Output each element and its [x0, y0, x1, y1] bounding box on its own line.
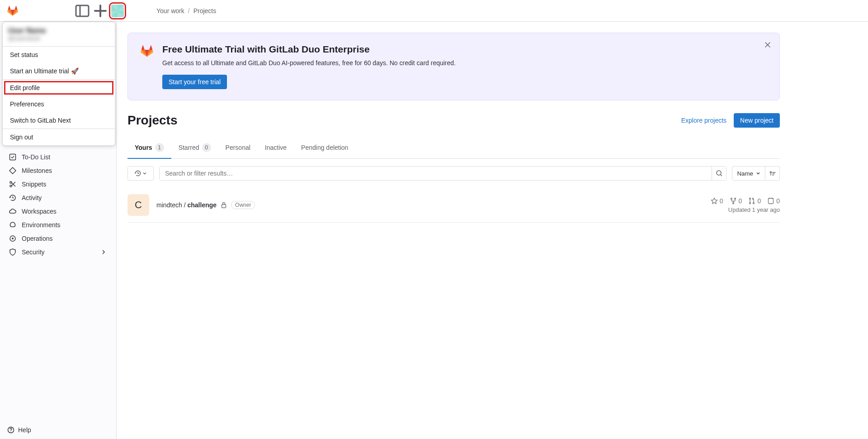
menu-sign-out[interactable]: Sign out: [3, 129, 115, 145]
sidebar-item-milestones[interactable]: Milestones: [4, 164, 113, 177]
tab-label: Yours: [135, 144, 152, 151]
close-icon: [764, 41, 771, 48]
svg-point-10: [731, 198, 732, 199]
menu-preferences[interactable]: Preferences: [3, 96, 115, 112]
svg-point-11: [734, 198, 736, 199]
environment-icon: [9, 221, 16, 229]
stat-forks: 0: [730, 197, 742, 205]
sidebar-item-label: Workspaces: [22, 208, 57, 215]
svg-point-6: [12, 238, 14, 239]
tab-pending[interactable]: Pending deletion: [294, 137, 355, 158]
toggle-sidebar-button[interactable]: [75, 4, 90, 18]
history-icon: [134, 170, 142, 177]
project-name: challenge: [187, 201, 217, 209]
search-icon: [716, 170, 723, 177]
breadcrumb: Your work / Projects: [156, 7, 216, 14]
search-history-button[interactable]: [127, 166, 154, 181]
shield-icon: [9, 248, 16, 256]
stat-mrs: 0: [748, 197, 761, 205]
svg-point-15: [753, 202, 755, 204]
project-namespace: mindtech /: [156, 201, 187, 209]
svg-rect-9: [222, 205, 226, 208]
help-icon: [7, 426, 14, 434]
sidebar-item-security[interactable]: Security: [4, 245, 113, 259]
menu-edit-profile[interactable]: Edit profile: [3, 80, 115, 96]
sort-direction-button[interactable]: [765, 166, 780, 181]
sidebar-item-label: To-Do List: [22, 153, 50, 161]
svg-point-12: [732, 202, 734, 204]
page-title: Projects: [127, 113, 178, 128]
menu-start-trial[interactable]: Start an Ultimate trial 🚀: [3, 63, 115, 79]
check-square-icon: [9, 153, 16, 161]
sidebar-item-environments[interactable]: Environments: [4, 218, 113, 232]
menu-switch-next[interactable]: Switch to GitLab Next: [3, 112, 115, 129]
gitlab-logo[interactable]: [7, 5, 18, 16]
sidebar-item-label: Operations: [22, 235, 52, 242]
tab-personal[interactable]: Personal: [218, 137, 258, 158]
menu-set-status[interactable]: Set status: [3, 47, 115, 63]
create-new-button[interactable]: [93, 4, 108, 18]
tab-badge: 0: [202, 143, 211, 152]
help-label: Help: [18, 426, 31, 434]
user-menu-dropdown: User Name @username Set status Start an …: [2, 22, 115, 146]
project-avatar: C: [127, 194, 149, 216]
scissors-icon: [9, 181, 16, 188]
sidebar-item-snippets[interactable]: Snippets: [4, 177, 113, 191]
svg-point-13: [750, 198, 751, 199]
sidebar-item-label: Milestones: [22, 167, 52, 174]
role-badge: Owner: [231, 201, 255, 209]
issues-icon: [767, 197, 774, 205]
gitlab-icon: [141, 45, 153, 57]
banner-text: Get access to all Ultimate and GitLab Du…: [162, 59, 456, 67]
sidebar-item-operations[interactable]: Operations: [4, 232, 113, 245]
operations-icon: [9, 235, 16, 242]
sidebar-item-todo[interactable]: To-Do List: [4, 150, 113, 164]
svg-rect-0: [76, 5, 89, 16]
sidebar-item-label: Activity: [22, 194, 42, 201]
sidebar-item-workspaces[interactable]: Workspaces: [4, 205, 113, 218]
tab-inactive[interactable]: Inactive: [258, 137, 294, 158]
tab-label: Starred: [179, 144, 199, 151]
banner-title: Free Ultimate Trial with GitLab Duo Ente…: [162, 44, 456, 55]
user-avatar[interactable]: [111, 5, 124, 17]
svg-point-3: [10, 181, 12, 183]
project-updated: Updated 1 year ago: [728, 206, 780, 213]
start-trial-button[interactable]: Start your free trial: [162, 75, 227, 89]
svg-rect-16: [769, 198, 774, 204]
svg-point-8: [717, 171, 721, 175]
user-menu-header: User Name @username: [3, 22, 115, 46]
diamond-icon: [9, 167, 16, 174]
help-button[interactable]: Help: [7, 426, 109, 434]
search-button[interactable]: [712, 167, 726, 180]
explore-projects-link[interactable]: Explore projects: [681, 117, 726, 124]
lock-icon: [220, 201, 227, 209]
sidebar-item-label: Security: [22, 248, 45, 256]
star-icon: [711, 197, 718, 205]
project-tabs: Yours 1 Starred 0 Personal Inactive Pend…: [127, 137, 780, 159]
sort-dropdown[interactable]: Name: [732, 166, 765, 181]
merge-request-icon: [748, 197, 755, 205]
tab-yours[interactable]: Yours 1: [127, 137, 171, 158]
sort-label: Name: [737, 170, 753, 177]
banner-close-button[interactable]: [762, 39, 773, 52]
chevron-down-icon: [756, 170, 760, 177]
cloud-icon: [9, 208, 16, 215]
history-icon: [9, 194, 16, 201]
project-row[interactable]: C mindtech / challenge Owner 0 0: [127, 188, 780, 223]
tab-starred[interactable]: Starred 0: [171, 137, 218, 158]
user-menu-handle: @username: [8, 35, 109, 42]
svg-point-4: [10, 185, 12, 187]
breadcrumb-root[interactable]: Your work: [156, 7, 184, 14]
sidebar-item-label: Snippets: [22, 181, 46, 188]
sidebar-item-activity[interactable]: Activity: [4, 191, 113, 205]
breadcrumb-separator: /: [188, 7, 190, 14]
new-project-button[interactable]: New project: [734, 113, 780, 128]
user-menu-name: User Name: [8, 27, 109, 35]
search-input[interactable]: [160, 167, 712, 180]
fork-icon: [730, 197, 737, 205]
stat-issues: 0: [767, 197, 780, 205]
breadcrumb-current[interactable]: Projects: [193, 7, 217, 14]
stat-stars: 0: [711, 197, 723, 205]
chevron-right-icon: [100, 248, 107, 256]
chevron-down-icon: [142, 170, 147, 177]
